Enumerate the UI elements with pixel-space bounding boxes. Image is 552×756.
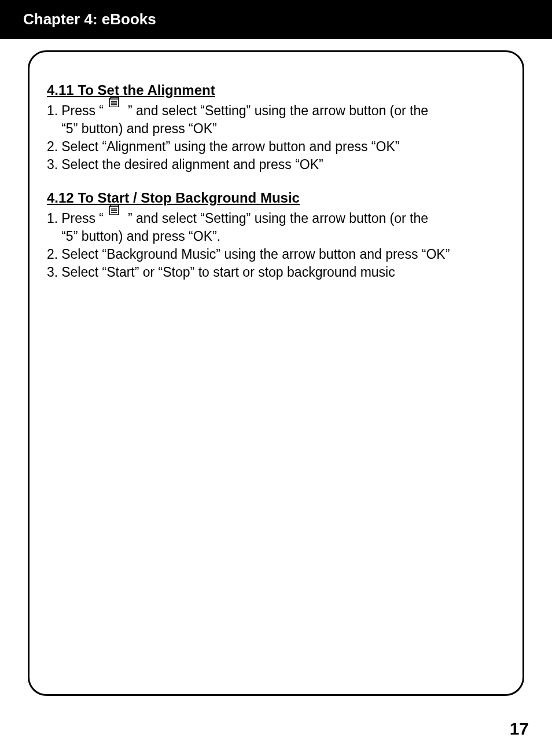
page-number: 17 (510, 719, 529, 739)
step-number: 3. (47, 156, 58, 174)
step-text-after: ” and select “Setting” using the arrow b… (128, 103, 428, 118)
menu-icon (108, 204, 120, 215)
step-text-before: Press “ (61, 211, 104, 226)
step-text: Select “Start” or “Stop” to start or sto… (61, 263, 395, 281)
step-item: 3. Select “Start” or “Stop” to start or … (47, 263, 505, 281)
step-number: 3. (47, 263, 58, 281)
step-number: 2. (47, 138, 58, 156)
menu-icon-slot (104, 102, 128, 115)
step-item: 1. Press “” and select “Setting” using t… (47, 210, 505, 245)
section-heading: 4.11 To Set the Alignment (47, 82, 505, 98)
step-text-cont: “5” button) and press “OK”. (61, 227, 428, 245)
section-heading: 4.12 To Start / Stop Background Music (47, 190, 505, 206)
step-text: Press “” and select “Setting” using the … (61, 102, 428, 138)
step-number: 1. (47, 210, 58, 227)
step-item: 2. Select “Alignment” using the arrow bu… (47, 138, 505, 156)
section-4-11: 4.11 To Set the Alignment 1. Press “” an… (47, 82, 505, 174)
step-text: Select “Background Music” using the arro… (61, 245, 450, 263)
menu-icon (108, 97, 120, 107)
menu-icon-slot (104, 210, 128, 223)
page-content-frame: 4.11 To Set the Alignment 1. Press “” an… (28, 50, 524, 696)
step-number: 1. (47, 102, 58, 120)
chapter-title: Chapter 4: eBooks (23, 10, 156, 28)
chapter-header: Chapter 4: eBooks (0, 0, 552, 39)
step-text: Select the desired alignment and press “… (61, 156, 323, 174)
step-text: Press “” and select “Setting” using the … (61, 210, 428, 245)
section-4-12: 4.12 To Start / Stop Background Music 1.… (47, 190, 505, 281)
step-item: 1. Press “” and select “Setting” using t… (47, 102, 505, 138)
step-number: 2. (47, 245, 58, 263)
step-text-before: Press “ (61, 103, 104, 118)
step-text-after: ” and select “Setting” using the arrow b… (128, 211, 428, 226)
step-item: 3. Select the desired alignment and pres… (47, 156, 505, 174)
step-text: Select “Alignment” using the arrow butto… (61, 138, 399, 156)
step-text-cont: “5” button) and press “OK” (61, 120, 428, 138)
step-item: 2. Select “Background Music” using the a… (47, 245, 505, 263)
